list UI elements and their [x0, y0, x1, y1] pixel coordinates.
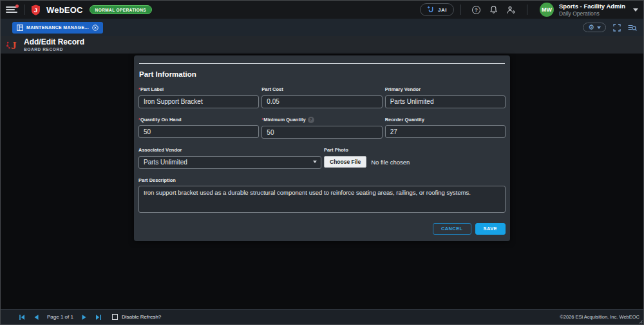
associated-vendor-label: Associated Vendor	[138, 147, 321, 153]
gear-icon: ⚙	[588, 24, 594, 31]
minimum-quantity-input[interactable]	[261, 126, 382, 139]
jai-button[interactable]: JAI	[420, 3, 454, 16]
webeoc-window: J WebEOC NORMAL OPERATIONS JAI ?	[0, 0, 644, 325]
jai-label: JAI	[438, 7, 447, 13]
notifications-bell-icon[interactable]	[489, 5, 498, 14]
part-cost-label: Part Cost	[261, 86, 382, 92]
svg-text:J: J	[34, 6, 37, 13]
avatar[interactable]: MW	[540, 3, 554, 17]
panel-divider	[139, 63, 505, 64]
part-cost-input[interactable]	[261, 95, 382, 108]
user-info: Sports - Facility Admin Daily Operations	[559, 3, 625, 17]
tab-label: MAINTENANCE MANAGE...	[26, 25, 89, 30]
user-name: Sports - Facility Admin	[559, 3, 625, 10]
primary-vendor-input[interactable]	[385, 95, 506, 108]
form-actions: CANCEL SAVE	[138, 223, 506, 235]
part-description-label: Part Description	[138, 177, 506, 183]
disable-refresh-label: Disable Refresh?	[122, 314, 161, 320]
last-page-button[interactable]	[95, 314, 102, 320]
copyright-text: ©2026 ESi Acquisition, Inc. WebEOC	[560, 314, 639, 320]
section-title: Part Information	[139, 70, 505, 78]
page-status: Page 1 of 1	[47, 314, 73, 320]
tab-maintenance-management[interactable]: MAINTENANCE MANAGE...	[12, 22, 103, 34]
notification-dot	[15, 5, 19, 8]
associated-vendor-select[interactable]: Parts Unlimited	[138, 156, 321, 169]
reorder-quantity-input[interactable]	[385, 125, 506, 138]
board-grid-icon	[17, 25, 23, 31]
form-row-4: Part Description Iron support bracket us…	[138, 177, 506, 215]
cancel-button[interactable]: CANCEL	[433, 223, 471, 235]
quantity-on-hand-input[interactable]	[138, 125, 259, 138]
page-subtitle: BOARD RECORD	[24, 47, 84, 52]
part-label-input[interactable]	[138, 95, 259, 108]
part-label-label: *Part Label	[138, 86, 259, 92]
help-icon[interactable]: ?	[472, 6, 480, 14]
minimum-quantity-help-icon[interactable]: ?	[308, 117, 314, 123]
tab-bar: MAINTENANCE MANAGE... ⚙	[1, 19, 643, 36]
divider	[527, 5, 527, 15]
first-page-button[interactable]	[19, 314, 25, 320]
close-tab-icon[interactable]	[92, 25, 99, 31]
file-status-text: No file chosen	[371, 159, 410, 166]
quantity-on-hand-label: *Quantity On Hand	[138, 117, 259, 123]
part-information-panel: Part Information *Part Label Part Cost	[134, 55, 510, 241]
search-records-icon[interactable]	[628, 24, 637, 32]
hamburger-menu-icon[interactable]	[6, 5, 17, 14]
resize-grip-icon[interactable]	[638, 319, 643, 324]
top-bar: J WebEOC NORMAL OPERATIONS JAI ?	[1, 1, 643, 19]
bottom-bar: Page 1 of 1 Disable Refresh? ©2026 ESi A…	[1, 309, 643, 324]
divider	[24, 5, 24, 15]
previous-page-button[interactable]	[33, 314, 39, 320]
minimum-quantity-label: *Minimum Quantity ?	[261, 117, 382, 123]
primary-vendor-label: Primary Vendor	[385, 86, 506, 92]
reorder-quantity-label: Reorder Quantity	[385, 117, 506, 123]
board-settings-button[interactable]: ⚙	[583, 23, 606, 32]
jai-sparkle-icon	[427, 6, 435, 14]
webeoc-shield-logo: J	[31, 5, 41, 15]
save-button[interactable]: SAVE	[475, 223, 506, 235]
app-title: WebEOC	[46, 5, 83, 15]
fullscreen-icon[interactable]	[613, 24, 621, 32]
user-role: Daily Operations	[559, 10, 625, 17]
choose-file-button[interactable]: Choose File	[324, 156, 366, 168]
status-badge: NORMAL OPERATIONS	[90, 5, 153, 14]
next-page-button[interactable]	[81, 314, 88, 320]
form-row-3: Associated Vendor Parts Unlimited Part P…	[138, 147, 506, 169]
part-description-textarea[interactable]: Iron support bracket used as a durable s…	[138, 186, 506, 213]
page-title: Add/Edit Record	[24, 38, 84, 47]
user-menu-caret-icon[interactable]	[633, 8, 638, 12]
divider	[460, 5, 461, 15]
svg-text:J: J	[11, 39, 17, 52]
main-content: Part Information *Part Label Part Cost	[1, 54, 643, 309]
part-photo-label: Part Photo	[324, 147, 506, 153]
user-management-icon[interactable]	[507, 6, 516, 14]
board-header: J Add/Edit Record BOARD RECORD	[1, 36, 643, 54]
form-row-1: *Part Label Part Cost Primary Vendor	[138, 86, 506, 108]
disable-refresh-checkbox[interactable]	[112, 314, 118, 320]
chevron-down-icon	[597, 26, 601, 29]
board-logo-icon: J	[6, 38, 19, 52]
form-row-2: *Quantity On Hand *Minimum Quantity ? Re…	[138, 117, 506, 139]
